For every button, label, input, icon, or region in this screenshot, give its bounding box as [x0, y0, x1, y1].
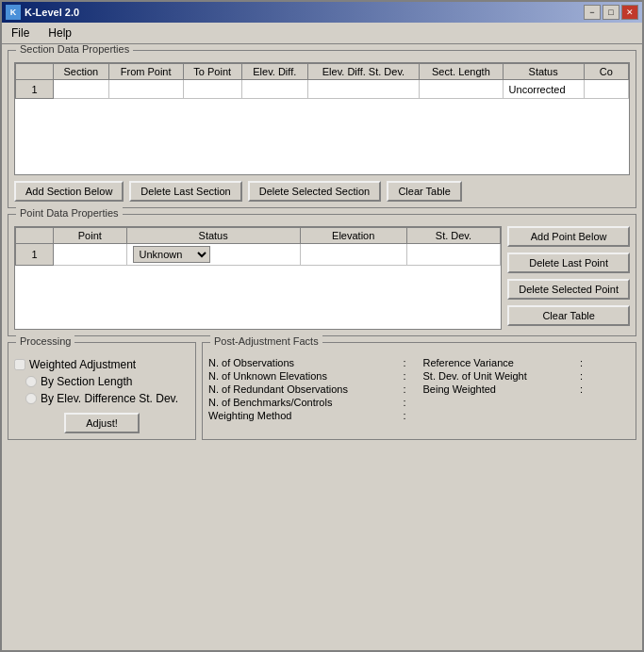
pt-col-stdev: St. Dev.: [406, 228, 501, 244]
col-header-to-point: To Point: [183, 64, 241, 80]
fact-label-unknown-elev: N. of Unknown Elevations: [208, 370, 397, 382]
elev-diff-st-cell[interactable]: [307, 80, 420, 99]
fact-colon-r2: :: [574, 383, 589, 395]
col-header-status: Status: [503, 64, 584, 80]
app-icon: K: [6, 5, 21, 20]
point-table: Point Status Elevation St. Dev. 1: [15, 227, 501, 266]
col-header-from-point: From Point: [108, 64, 183, 80]
fact-label-ref-variance: Reference Variance: [423, 357, 574, 368]
add-section-button[interactable]: Add Section Below: [14, 181, 124, 202]
sect-length-cell[interactable]: [420, 80, 503, 99]
col-header-co: Co: [584, 64, 628, 80]
by-section-radio[interactable]: [25, 376, 37, 387]
co-cell[interactable]: [584, 80, 628, 99]
col-header-sect-length: Sect. Length: [420, 64, 503, 80]
fact-row-being-weighted: Being Weighted :: [423, 383, 631, 396]
fact-label-being-weighted: Being Weighted: [423, 383, 574, 395]
minimize-button[interactable]: −: [584, 5, 601, 20]
delete-last-section-button[interactable]: Delete Last Section: [129, 181, 241, 202]
point-data-inner: Point Status Elevation St. Dev. 1: [14, 219, 630, 330]
add-point-button[interactable]: Add Point Below: [507, 226, 630, 247]
pt-col-elevation: Elevation: [300, 228, 406, 244]
fact-row-redundant: N. of Redundant Observations :: [208, 383, 416, 396]
processing-title: Processing: [16, 335, 74, 347]
status-select[interactable]: Unknown Benchmark Control: [133, 246, 210, 263]
fact-colon-r1: :: [574, 370, 589, 382]
pt-status-cell[interactable]: Unknown Benchmark Control: [126, 244, 300, 266]
weighted-checkbox[interactable]: [14, 359, 25, 370]
fact-label-benchmarks: N. of Benchmarks/Controls: [208, 397, 397, 408]
delete-selected-point-button[interactable]: Delete Selected Point: [507, 279, 630, 300]
facts-left-col: N. of Observations : N. of Unknown Eleva…: [208, 356, 416, 422]
elev-diff-cell[interactable]: [241, 80, 307, 99]
fact-row-unknown-elevations: N. of Unknown Elevations :: [208, 369, 416, 383]
pt-col-point: Point: [54, 228, 127, 244]
point-table-wrap: Point Status Elevation St. Dev. 1: [14, 219, 502, 330]
section-buttons-row: Add Section Below Delete Last Section De…: [14, 181, 630, 202]
fact-colon-4: :: [397, 410, 412, 421]
col-header-elev-diff: Elev. Diff.: [241, 64, 307, 80]
post-adj-title: Post-Adjustment Facts: [210, 335, 322, 347]
fact-row-observations: N. of Observations :: [208, 356, 416, 369]
fact-row-ref-variance: Reference Variance :: [423, 356, 631, 369]
fact-row-weighting-method: Weighting Method :: [208, 409, 416, 422]
row-num-1: 1: [16, 80, 54, 99]
by-section-row: By Section Length: [14, 373, 190, 390]
adjust-button[interactable]: Adjust!: [64, 413, 140, 433]
menu-help[interactable]: Help: [42, 24, 77, 41]
to-point-cell[interactable]: [183, 80, 241, 99]
close-button[interactable]: ✕: [621, 5, 638, 20]
delete-selected-section-button[interactable]: Delete Selected Section: [248, 181, 381, 202]
section-table-container[interactable]: Section From Point To Point Elev. Diff. …: [14, 62, 630, 175]
table-row: 1 Unknown Benchmark Control: [16, 244, 501, 266]
fact-colon-2: :: [397, 383, 412, 395]
pt-elevation-cell[interactable]: [300, 244, 406, 266]
facts-right-col: Reference Variance : St. Dev. of Unit We…: [423, 356, 631, 422]
pt-col-num: [16, 228, 54, 244]
by-elev-label: By Elev. Difference St. Dev.: [41, 392, 178, 405]
col-header-section: Section: [54, 64, 109, 80]
window-title: K-Level 2.0: [25, 7, 79, 18]
point-table-container[interactable]: Point Status Elevation St. Dev. 1: [14, 226, 502, 330]
col-header-elev-diff-st: Elev. Diff. St. Dev.: [307, 64, 420, 80]
by-elev-radio[interactable]: [25, 393, 37, 404]
point-buttons-col: Add Point Below Delete Last Point Delete…: [507, 226, 630, 326]
table-row: 1 Uncorrected: [16, 80, 629, 99]
col-header-num: [16, 64, 54, 80]
section-data-group: Section Data Properties Section From Poi…: [8, 50, 636, 208]
fact-colon-0: :: [397, 357, 412, 368]
from-point-cell[interactable]: [108, 80, 183, 99]
weighted-label: Weighted Adjustment: [29, 358, 136, 371]
fact-row-benchmarks: N. of Benchmarks/Controls :: [208, 396, 416, 409]
processing-group: Processing Weighted Adjustment By Sectio…: [8, 342, 196, 440]
fact-colon-1: :: [397, 370, 412, 382]
pt-stdev-cell[interactable]: [406, 244, 501, 266]
menu-bar: File Help: [2, 23, 642, 44]
pt-col-status: Status: [126, 228, 300, 244]
fact-label-stdev-unit: St. Dev. of Unit Weight: [423, 370, 574, 382]
menu-file[interactable]: File: [6, 24, 35, 41]
clear-point-table-button[interactable]: Clear Table: [507, 305, 630, 326]
post-adjustment-group: Post-Adjustment Facts N. of Observations…: [202, 342, 636, 440]
clear-section-table-button[interactable]: Clear Table: [387, 181, 462, 202]
fact-row-stdev-unit: St. Dev. of Unit Weight :: [423, 369, 631, 383]
main-window: K K-Level 2.0 − □ ✕ File Help Section Da…: [0, 0, 644, 652]
point-data-group: Point Data Properties Point Status Eleva…: [8, 214, 636, 336]
fact-label-redundant: N. of Redundant Observations: [208, 383, 397, 395]
section-group-title: Section Data Properties: [16, 44, 133, 55]
title-buttons: − □ ✕: [584, 5, 638, 20]
fact-colon-r0: :: [574, 357, 589, 368]
fact-label-observations: N. of Observations: [208, 357, 397, 368]
maximize-button[interactable]: □: [603, 5, 619, 20]
section-cell[interactable]: [54, 80, 109, 99]
point-group-title: Point Data Properties: [16, 207, 123, 219]
pt-row-num-1: 1: [16, 244, 54, 266]
delete-last-point-button[interactable]: Delete Last Point: [507, 253, 630, 273]
adjust-btn-row: Adjust!: [14, 413, 190, 433]
fact-label-weighting: Weighting Method: [208, 410, 397, 421]
weighted-adjustment-row: Weighted Adjustment: [14, 356, 190, 373]
by-section-label: By Section Length: [41, 375, 132, 388]
bottom-row: Processing Weighted Adjustment By Sectio…: [8, 342, 636, 440]
pt-point-cell[interactable]: [54, 244, 127, 266]
fact-colon-3: :: [397, 397, 412, 408]
